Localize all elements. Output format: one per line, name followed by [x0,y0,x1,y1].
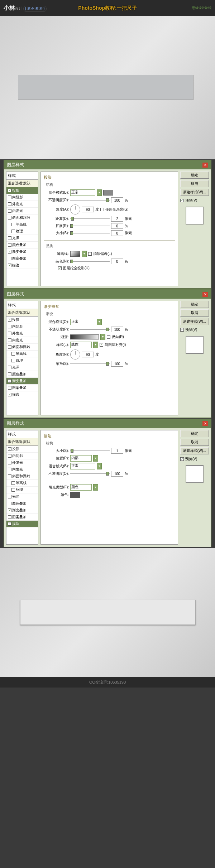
blend-options[interactable]: 混合选项:默认 [6,180,38,187]
align-checkbox[interactable] [100,343,103,347]
style-checkbox[interactable] [8,502,11,505]
style-checkbox[interactable] [8,379,11,383]
blend-options[interactable]: 混合选项:默认 [6,309,38,317]
blend-mode-select[interactable]: 正常 [70,319,95,325]
chevron-down-icon[interactable]: ▾ [97,319,102,325]
style-checkbox[interactable] [8,345,11,349]
chevron-down-icon[interactable]: ▾ [100,334,105,340]
style-item-0[interactable]: 投影 [6,317,38,323]
antialias-checkbox[interactable] [88,252,92,256]
style-item-8[interactable]: 颜色叠加 [6,500,38,507]
dialog-titlebar[interactable]: 图层样式 × [4,160,211,169]
style-item-1[interactable]: 内阴影 [6,323,38,330]
style-checkbox[interactable] [8,189,11,192]
style-item-7[interactable]: 光泽 [6,235,38,242]
style-checkbox[interactable] [11,352,15,356]
opacity-input[interactable] [111,327,123,332]
global-light-checkbox[interactable] [100,208,104,211]
style-item-11[interactable]: 描边 [6,521,38,527]
style-checkbox[interactable] [8,515,11,519]
style-item-8[interactable]: 颜色叠加 [6,242,38,249]
style-item-4[interactable]: 斜面和浮雕 [6,344,38,351]
shadow-color-swatch[interactable] [103,190,113,196]
style-checkbox[interactable] [8,332,11,335]
style-checkbox[interactable] [8,243,11,247]
style-checkbox[interactable] [11,488,15,492]
styles-header[interactable]: 样式 [6,430,38,438]
dialog-titlebar[interactable]: 图层样式 × [4,290,211,299]
spread-slider[interactable] [70,225,110,227]
style-item-9[interactable]: 渐变叠加 [6,378,38,385]
style-checkbox[interactable] [11,359,15,362]
new-style-button[interactable]: 新建样式(W)... [180,318,209,325]
ok-button[interactable]: 确定 [180,301,209,308]
ok-button[interactable]: 确定 [180,172,209,179]
close-icon[interactable]: × [202,163,208,168]
style-item-8[interactable]: 颜色叠加 [6,371,38,378]
chevron-down-icon[interactable]: ▾ [93,455,98,462]
style-checkbox[interactable] [8,468,11,471]
noise-slider[interactable] [70,260,110,263]
angle-input[interactable] [82,352,94,357]
ok-button[interactable]: 确定 [180,430,209,437]
scale-slider[interactable] [70,362,110,365]
distance-input[interactable] [111,216,123,222]
spread-input[interactable] [111,223,123,229]
style-item-1[interactable]: 内阴影 [6,453,38,459]
knockout-checkbox[interactable] [58,266,62,270]
chevron-down-icon[interactable]: ▾ [97,189,102,196]
style-checkbox[interactable] [8,202,11,206]
style-item-10[interactable]: 图案叠加 [6,385,38,391]
gradient-picker[interactable] [70,334,99,339]
style-item-5[interactable]: 等高线 [6,480,38,487]
style-item-3[interactable]: 内发光 [6,208,38,214]
style-item-4[interactable]: 斜面和浮雕 [6,214,38,221]
style-checkbox[interactable] [8,209,11,213]
style-item-1[interactable]: 内阴影 [6,194,38,201]
style-checkbox[interactable] [8,196,11,199]
preview-checkbox[interactable] [180,199,184,202]
styles-header[interactable]: 样式 [6,172,38,180]
style-checkbox[interactable] [8,386,11,390]
style-checkbox[interactable] [8,216,11,220]
style-item-9[interactable]: 渐变叠加 [6,249,38,255]
preview-checkbox[interactable] [180,457,184,461]
scale-input[interactable] [111,361,123,367]
style-item-4[interactable]: 斜面和浮雕 [6,473,38,480]
style-item-6[interactable]: 纹理 [6,487,38,493]
opacity-slider[interactable] [70,472,110,475]
style-checkbox[interactable] [8,250,11,254]
position-select[interactable]: 内部 [70,455,92,462]
style-checkbox[interactable] [8,461,11,464]
style-item-5[interactable]: 等高线 [6,351,38,357]
angle-dial[interactable] [70,349,80,360]
size-input[interactable] [111,230,123,236]
size-input[interactable] [111,448,123,454]
size-slider[interactable] [70,449,110,452]
distance-slider[interactable] [70,217,110,220]
style-checkbox[interactable] [11,230,15,233]
style-checkbox[interactable] [11,481,15,485]
new-style-button[interactable]: 新建样式(W)... [180,447,209,454]
style-item-11[interactable]: 描边 [6,391,38,398]
style-checkbox[interactable] [8,393,11,396]
chevron-down-icon[interactable]: ▾ [93,484,98,491]
style-item-3[interactable]: 内发光 [6,337,38,344]
style-checkbox[interactable] [8,454,11,458]
style-checkbox[interactable] [8,508,11,512]
new-style-button[interactable]: 新建样式(W)... [180,189,209,196]
blend-mode-select[interactable]: 正常 [70,189,95,196]
style-checkbox[interactable] [8,447,11,451]
style-item-7[interactable]: 光泽 [6,364,38,371]
style-item-6[interactable]: 纹理 [6,357,38,364]
style-checkbox[interactable] [8,495,11,498]
style-checkbox[interactable] [8,236,11,240]
preview-checkbox[interactable] [180,328,184,332]
style-item-9[interactable]: 渐变叠加 [6,507,38,514]
style-select[interactable]: 线性 [70,342,92,348]
blend-options[interactable]: 混合选项:默认 [6,438,38,446]
style-checkbox[interactable] [11,223,15,226]
angle-dial[interactable] [70,204,80,214]
style-item-6[interactable]: 纹理 [6,228,38,235]
style-checkbox[interactable] [8,264,11,267]
